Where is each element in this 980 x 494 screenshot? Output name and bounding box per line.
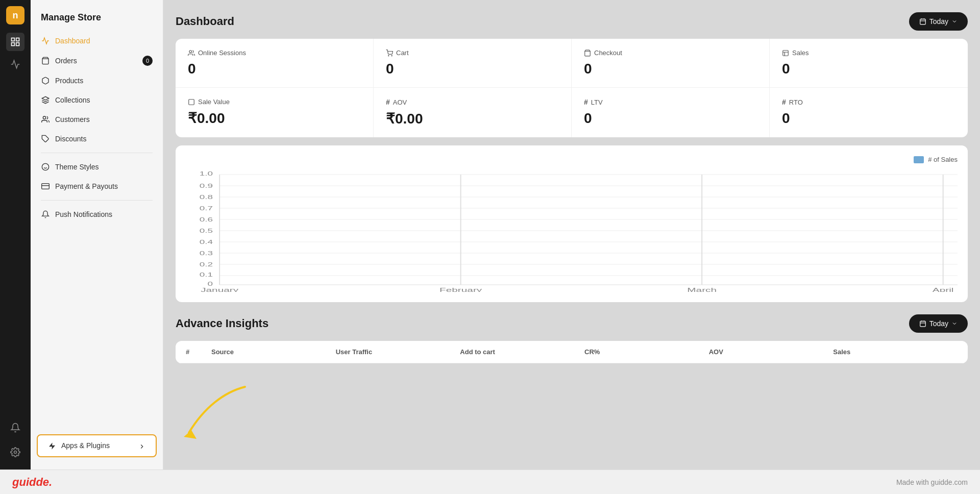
sidebar-title: Manage Store xyxy=(31,8,163,31)
sidebar-item-payment-payouts[interactable]: Payment & Payouts xyxy=(31,177,163,196)
svg-rect-24 xyxy=(189,99,194,105)
sidebar-item-push-notifications[interactable]: Push Notifications xyxy=(31,205,163,224)
sidebar-bottom: Apps & Plugins xyxy=(31,430,163,461)
sidebar-item-dashboard[interactable]: Dashboard xyxy=(31,31,163,51)
svg-point-20 xyxy=(388,55,389,56)
svg-rect-23 xyxy=(783,50,789,56)
sidebar-item-products[interactable]: Products xyxy=(31,71,163,90)
svg-text:0.8: 0.8 xyxy=(200,194,213,200)
svg-marker-6 xyxy=(42,96,48,100)
svg-text:0.6: 0.6 xyxy=(200,217,213,223)
stat-label: Sale Value xyxy=(188,98,361,106)
sidebar-item-label: Products xyxy=(55,77,83,85)
svg-rect-0 xyxy=(12,38,15,41)
svg-text:February: February xyxy=(439,287,482,292)
stat-value: 0 xyxy=(188,61,361,77)
svg-text:0.7: 0.7 xyxy=(200,206,213,211)
today-btn-label: Today xyxy=(929,17,948,26)
sidebar-item-label: Collections xyxy=(55,96,90,104)
sidebar-item-customers[interactable]: Customers xyxy=(31,110,163,129)
sidebar-item-label: Discounts xyxy=(55,135,86,143)
theme-styles-icon xyxy=(41,162,50,171)
col-user-traffic: User Traffic xyxy=(336,348,460,356)
footer: guidde. Made with guidde.com xyxy=(0,470,980,494)
sidebar-item-orders[interactable]: Orders 0 xyxy=(31,51,163,71)
stat-cart: Cart 0 xyxy=(374,39,572,87)
stat-value: 0 xyxy=(782,110,955,127)
advance-insights-section: Advance Insights Today # Source User Tra… xyxy=(176,314,968,363)
stat-label: # AOV xyxy=(386,98,559,106)
stat-value: 0 xyxy=(584,110,757,127)
dashboard-today-button[interactable]: Today xyxy=(909,12,968,31)
svg-rect-12 xyxy=(42,184,50,189)
sidebar: Manage Store Dashboard Orders 0 Products xyxy=(31,0,163,470)
iconbar-store[interactable] xyxy=(6,33,24,51)
svg-text:April: April xyxy=(933,287,954,292)
footer-text: Made with guidde.com xyxy=(896,478,968,486)
sidebar-divider-2 xyxy=(41,200,153,201)
logo-letter: n xyxy=(13,10,18,21)
svg-rect-3 xyxy=(16,43,19,46)
sidebar-item-label: Customers xyxy=(55,115,90,124)
stat-sale-value: Sale Value ₹0.00 xyxy=(176,88,374,137)
stat-label: Sales xyxy=(782,49,955,57)
bolt-icon xyxy=(48,441,56,450)
svg-rect-1 xyxy=(16,38,19,41)
svg-text:0.5: 0.5 xyxy=(200,228,213,234)
main-content: Dashboard Today Online Sessions 0 xyxy=(163,0,980,470)
orders-badge: 0 xyxy=(142,56,153,66)
svg-point-7 xyxy=(43,116,45,119)
insights-table: # Source User Traffic Add to cart CR% AO… xyxy=(176,341,968,363)
svg-rect-15 xyxy=(920,19,925,24)
stat-ltv: # LTV 0 xyxy=(572,88,770,137)
stat-checkout: Checkout 0 xyxy=(572,39,770,87)
stats-row-2: Sale Value ₹0.00 # AOV ₹0.00 # LTV xyxy=(176,88,968,137)
chevron-right-icon xyxy=(138,441,145,450)
advance-insights-title: Advance Insights xyxy=(176,317,268,330)
sidebar-item-collections[interactable]: Collections xyxy=(31,90,163,110)
chart-legend: # of Sales xyxy=(186,156,958,163)
stat-label: Checkout xyxy=(584,49,757,57)
svg-text:0.9: 0.9 xyxy=(200,183,213,189)
svg-text:1.0: 1.0 xyxy=(200,171,213,177)
svg-rect-2 xyxy=(12,43,15,46)
svg-point-4 xyxy=(14,451,17,454)
iconbar-bell[interactable] xyxy=(6,418,24,437)
col-source: Source xyxy=(211,348,336,356)
stat-value: ₹0.00 xyxy=(386,110,559,127)
chart-area: 1.0 0.9 0.8 0.7 0.6 0.5 0.4 0.3 0.2 0.1 … xyxy=(186,169,958,292)
stat-value: ₹0.00 xyxy=(188,110,361,127)
stat-label: Cart xyxy=(386,49,559,57)
sidebar-item-discounts[interactable]: Discounts xyxy=(31,129,163,149)
iconbar-settings[interactable] xyxy=(6,443,24,461)
svg-text:0.3: 0.3 xyxy=(200,251,213,256)
sidebar-divider-1 xyxy=(41,153,153,153)
stats-grid: Online Sessions 0 Cart 0 Checkout xyxy=(176,39,968,137)
app-logo[interactable]: n xyxy=(6,6,24,24)
stat-value: 0 xyxy=(386,61,559,77)
svg-point-9 xyxy=(42,163,48,170)
iconbar-chart[interactable] xyxy=(6,55,24,73)
svg-text:March: March xyxy=(687,287,717,292)
col-add-to-cart: Add to cart xyxy=(460,348,584,356)
svg-point-19 xyxy=(189,50,192,53)
orders-icon xyxy=(41,56,50,65)
advance-insights-header: Advance Insights Today xyxy=(176,314,968,333)
chart-container: # of Sales 1.0 0.9 0.8 0.7 0.6 0.5 0.4 0… xyxy=(176,145,968,302)
svg-text:0.1: 0.1 xyxy=(200,272,213,278)
dashboard-icon xyxy=(41,36,50,45)
stat-sales: Sales 0 xyxy=(770,39,968,87)
stat-value: 0 xyxy=(782,61,955,77)
apps-plugins-item[interactable]: Apps & Plugins xyxy=(37,434,157,457)
push-notifications-icon xyxy=(41,210,50,219)
dashboard-header: Dashboard Today xyxy=(176,12,968,31)
payment-payouts-icon xyxy=(41,182,50,191)
sidebar-item-label: Orders xyxy=(55,57,77,65)
stat-label: Online Sessions xyxy=(188,49,361,57)
svg-text:0: 0 xyxy=(207,281,213,287)
sidebar-item-theme-styles[interactable]: Theme Styles xyxy=(31,157,163,177)
advance-insights-today-button[interactable]: Today xyxy=(909,314,968,333)
svg-marker-14 xyxy=(49,442,55,449)
svg-point-21 xyxy=(391,55,392,56)
stat-rto: # RTO 0 xyxy=(770,88,968,137)
